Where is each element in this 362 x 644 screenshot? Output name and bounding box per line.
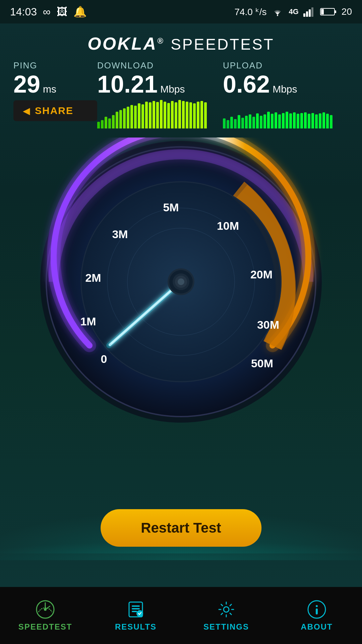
svg-point-22 xyxy=(178,278,184,285)
share-icon: ◀ xyxy=(23,105,30,116)
gauge-svg: 0 1M 2M 3M 5M 10M 20M 30M 50M xyxy=(37,138,325,426)
network-speed: 74.0 ᵏ/s xyxy=(234,6,266,17)
svg-rect-28 xyxy=(132,611,137,612)
app-logo: OOKLA® SPEEDTEST xyxy=(87,34,274,53)
results-nav-label: RESULTS xyxy=(115,622,157,632)
gauge-label-5m: 5M xyxy=(163,201,179,214)
battery-level: 20 xyxy=(342,6,352,17)
share-label: SHARE xyxy=(35,105,73,116)
results-icon xyxy=(126,599,146,620)
network-type-icon: 4G xyxy=(289,7,298,16)
gauge-label-20m: 20M xyxy=(250,268,273,281)
svg-point-30 xyxy=(224,607,229,612)
stats-row: PING 29 ms ◀ SHARE DOWNLOAD 10.21 Mbps /… xyxy=(0,57,362,128)
settings-icon xyxy=(216,599,236,620)
svg-rect-3 xyxy=(309,9,311,17)
upload-chart xyxy=(223,102,349,128)
gauge-label-50m: 50M xyxy=(251,357,273,370)
ping-section: PING 29 ms ◀ SHARE xyxy=(13,60,97,128)
battery-icon xyxy=(320,7,337,16)
download-section: DOWNLOAD 10.21 Mbps // Generate download… xyxy=(97,60,223,128)
bottom-nav: SPEEDTEST RESULTS SETTINGS ABOUT xyxy=(0,587,362,644)
upload-section: UPLOAD 0.62 Mbps xyxy=(223,60,349,128)
speedtest-nav-label: SPEEDTEST xyxy=(18,622,72,632)
status-bar: 14:03 ∞ 🖼 🔔 74.0 ᵏ/s 4G 20 xyxy=(0,0,362,23)
status-left: 14:03 ∞ 🖼 🔔 xyxy=(10,5,87,18)
about-icon xyxy=(307,599,327,620)
ping-value-row: 29 ms xyxy=(13,72,97,96)
about-nav-label: ABOUT xyxy=(301,622,333,632)
gauge-label-3m: 3M xyxy=(112,228,128,240)
image-icon: 🖼 xyxy=(57,6,67,18)
speedtest-icon xyxy=(35,599,55,620)
ping-label: PING xyxy=(13,60,97,71)
download-value: 10.21 xyxy=(97,72,158,96)
settings-nav-label: SETTINGS xyxy=(203,622,249,632)
svg-rect-27 xyxy=(132,608,140,609)
download-unit: Mbps xyxy=(160,84,185,95)
nav-speedtest[interactable]: SPEEDTEST xyxy=(0,599,90,632)
main-content: OOKLA® SPEEDTEST PING 29 ms ◀ SHARE DOWN… xyxy=(0,23,362,587)
svg-rect-2 xyxy=(306,11,308,17)
app-header: OOKLA® SPEEDTEST xyxy=(0,23,362,57)
ping-unit: ms xyxy=(43,84,56,95)
status-time: 14:03 xyxy=(10,6,37,18)
gauge-container: 0 1M 2M 3M 5M 10M 20M 30M 50M xyxy=(37,138,325,426)
gauge-label-0: 0 xyxy=(101,353,107,365)
svg-rect-6 xyxy=(335,10,336,13)
notification-icon: 🔔 xyxy=(73,5,87,18)
restart-button[interactable]: Restart Test xyxy=(101,509,261,547)
svg-rect-33 xyxy=(316,608,318,614)
signal-icon xyxy=(303,7,315,17)
wifi-icon xyxy=(271,7,284,17)
gauge-label-2m: 2M xyxy=(85,271,101,284)
infinity-icon: ∞ xyxy=(43,6,51,18)
svg-rect-4 xyxy=(311,7,313,17)
nav-about[interactable]: ABOUT xyxy=(272,599,362,632)
download-label: DOWNLOAD xyxy=(97,60,223,71)
upload-label: UPLOAD xyxy=(223,60,349,71)
svg-point-32 xyxy=(316,605,318,607)
gauge-label-10m: 10M xyxy=(217,219,239,232)
nav-results[interactable]: RESULTS xyxy=(90,599,181,632)
upload-value-row: 0.62 Mbps xyxy=(223,72,349,96)
svg-rect-1 xyxy=(303,13,305,17)
svg-rect-7 xyxy=(321,9,324,14)
upload-value: 0.62 xyxy=(223,72,270,96)
download-chart: // Generate download bars inline after b… xyxy=(97,102,223,128)
gauge-label-30m: 30M xyxy=(257,318,279,331)
gauge-label-1m: 1M xyxy=(80,315,96,328)
nav-settings[interactable]: SETTINGS xyxy=(181,599,272,632)
upload-unit: Mbps xyxy=(273,84,297,95)
restart-label: Restart Test xyxy=(141,520,221,536)
status-right: 74.0 ᵏ/s 4G 20 xyxy=(234,6,352,17)
svg-rect-26 xyxy=(132,605,140,607)
ping-value: 29 xyxy=(13,72,40,96)
share-button[interactable]: ◀ SHARE xyxy=(13,100,97,121)
download-value-row: 10.21 Mbps xyxy=(97,72,223,96)
svg-point-0 xyxy=(277,15,278,16)
